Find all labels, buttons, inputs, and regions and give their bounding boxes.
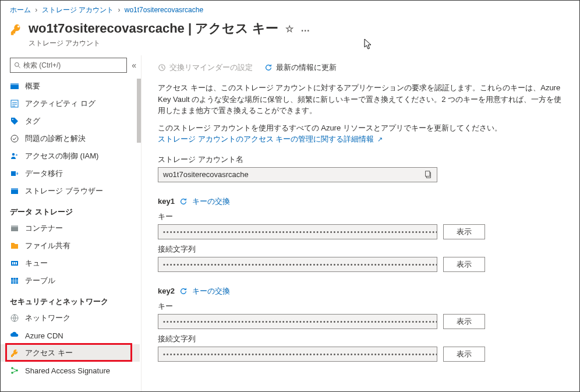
search-placeholder: 検索 (Ctrl+/) [23,61,61,70]
sidebar-item-label: タグ [25,116,40,126]
search-input[interactable]: 検索 (Ctrl+/) [10,58,127,73]
svg-point-5 [12,119,13,120]
key2-key-show-button[interactable]: 表示 [443,314,485,329]
breadcrumb-current[interactable]: wo1t7ositerecovasrcache [125,6,203,14]
toolbar-refresh-label: 最新の情報に更新 [276,62,337,73]
svg-rect-15 [12,262,13,264]
refresh-button[interactable]: 最新の情報に更新 [264,62,337,73]
key2-key-field: ••••••••••••••••••••••••••••••••••••••••… [158,314,437,329]
sidebar-item-key[interactable]: アクセス キー [1,344,140,362]
sas-icon [10,366,19,375]
key1-conn-field: ••••••••••••••••••••••••••••••••••••••••… [158,257,437,272]
migrate-icon [10,169,19,178]
svg-rect-16 [14,262,15,264]
account-name-label: ストレージ アカウント名 [158,154,563,165]
key1-key-label: キー [158,211,563,222]
collapse-sidebar-icon[interactable]: « [132,61,136,70]
svg-point-7 [12,153,15,156]
sidebar-section: データ ストレージ [1,200,140,220]
page-header: wo1t7ositerecovasrcache | アクセス キー ☆ … スト… [1,17,579,55]
sidebar-item-label: キュー [25,258,48,269]
sidebar-item-iam[interactable]: アクセスの制御 (IAM) [1,147,140,165]
key1-header: key1 キーの交換 [158,196,563,207]
account-name-value: wo1t7ositerecovasrcache [163,170,249,179]
key2-conn-field: ••••••••••••••••••••••••••••••••••••••••… [158,347,437,362]
account-name-field: wo1t7ositerecovasrcache [158,167,437,182]
key1-key-show-button[interactable]: 表示 [443,224,485,239]
sidebar-item-label: ストレージ ブラウザー [25,186,103,196]
sidebar-item-label: アクセスの制御 (IAM) [25,151,98,161]
sidebar-item-label: ネットワーク [25,313,70,323]
svg-point-0 [15,63,19,67]
description-text-2: このストレージ アカウントを使用するすべての Azure リソースとアプリでキー… [158,122,563,145]
sidebar-item-activity[interactable]: アクティビティ ログ [1,95,140,112]
key2-key-label: キー [158,301,563,312]
copy-icon[interactable] [425,171,432,178]
sidebar-item-label: アクティビティ ログ [25,98,96,109]
set-rotation-reminder-button[interactable]: 交換リマインダーの設定 [158,62,253,73]
key2-header: key2 キーの交換 [158,286,563,296]
chevron-right-icon: › [35,6,37,14]
activity-icon [10,99,19,108]
breadcrumb: ホーム › ストレージ アカウント › wo1t7ositerecovasrca… [1,1,579,17]
iam-icon [10,151,19,161]
tag-icon [10,116,19,126]
svg-rect-18 [11,278,18,284]
svg-rect-11 [11,188,18,190]
overview-icon [10,82,19,91]
rotate-icon [179,287,188,295]
sidebar-item-queue[interactable]: キュー [1,255,140,272]
search-icon [14,62,21,69]
page-title: wo1t7ositerecovasrcache | アクセス キー [29,20,278,37]
sidebar-item-label: Azure CDN [25,331,63,340]
sidebar-item-tag[interactable]: タグ [1,112,140,130]
key1-conn-show-button[interactable]: 表示 [443,257,485,272]
breadcrumb-home[interactable]: ホーム [10,6,31,14]
svg-rect-13 [11,225,18,227]
container-icon [10,224,19,233]
key2-rotate-button[interactable]: キーの交換 [192,286,230,296]
scrollbar[interactable] [137,79,141,143]
network-icon [10,313,19,323]
key2-name: key2 [158,287,175,295]
key1-rotate-button[interactable]: キーの交換 [192,196,230,207]
key-icon [10,23,23,36]
doc-link[interactable]: ストレージ アカウントのアクセス キーの管理に関する詳細情報 ↗ [158,135,383,143]
favorite-star-icon[interactable]: ☆ [285,23,293,34]
desc2-text: このストレージ アカウントを使用するすべての Azure リソースとアプリでキー… [158,123,502,132]
rotate-icon [179,197,188,206]
sidebar-item-browser[interactable]: ストレージ ブラウザー [1,182,140,200]
table-icon [10,276,19,285]
svg-point-21 [16,369,18,372]
svg-point-8 [16,154,17,156]
clock-icon [158,63,166,72]
cdn-icon [10,331,19,340]
svg-rect-17 [16,262,17,264]
svg-point-6 [11,135,18,142]
sidebar-item-container[interactable]: コンテナー [1,220,140,237]
sidebar-item-cdn[interactable]: Azure CDN [1,327,140,344]
sidebar-item-overview[interactable]: 概要 [1,77,140,95]
sidebar-item-label: 概要 [25,81,40,91]
sidebar-item-fileshare[interactable]: ファイル共有 [1,237,140,255]
sidebar-item-label: コンテナー [25,223,63,234]
sidebar-item-diagnose[interactable]: 問題の診断と解決 [1,130,140,147]
key2-conn-label: 接続文字列 [158,334,563,344]
queue-icon [10,259,19,268]
more-actions-icon[interactable]: … [300,23,310,34]
svg-point-22 [11,372,13,374]
breadcrumb-storage-accounts[interactable]: ストレージ アカウント [42,6,114,14]
svg-rect-3 [10,83,19,85]
svg-rect-9 [11,171,16,176]
fileshare-icon [10,241,19,250]
page-subtitle: ストレージ アカウント [29,38,310,48]
key1-conn-label: 接続文字列 [158,244,563,255]
svg-line-1 [19,66,20,68]
key1-name: key1 [158,197,175,206]
sidebar-item-sas[interactable]: Shared Access Signature [1,362,140,379]
sidebar-item-migrate[interactable]: データ移行 [1,165,140,182]
sidebar-item-network[interactable]: ネットワーク [1,309,140,327]
key2-conn-show-button[interactable]: 表示 [443,347,485,362]
sidebar-item-table[interactable]: テーブル [1,272,140,289]
doc-link-text: ストレージ アカウントのアクセス キーの管理に関する詳細情報 [158,135,374,143]
